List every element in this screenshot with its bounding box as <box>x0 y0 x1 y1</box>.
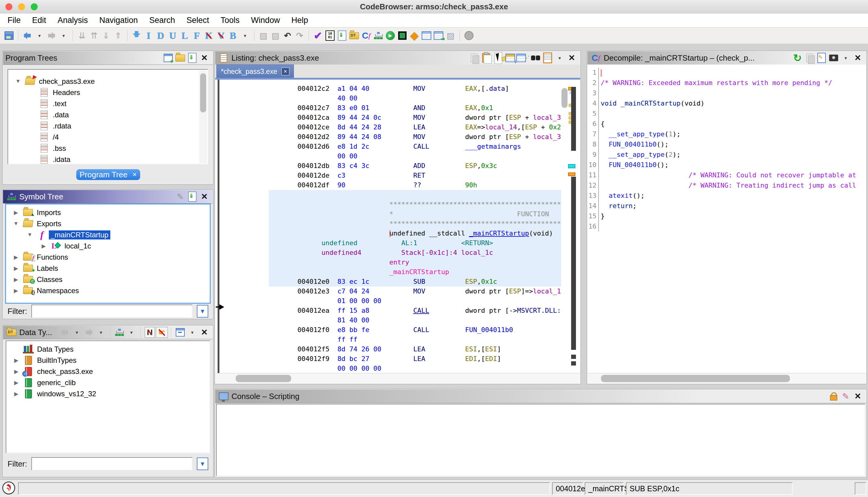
listing-line[interactable]: 40 00 <box>269 94 561 103</box>
disassemble-icon[interactable] <box>131 29 143 42</box>
decompile-line[interactable]: 12 /* WARNING: Treating indirect jump as… <box>587 180 866 190</box>
listing-line[interactable]: 004012c7 83 e0 01 AND EAX,0x1 <box>269 103 561 113</box>
listing-line[interactable]: 004012e0 83 ec 1c SUB ESP,0x1c <box>269 277 561 286</box>
decompile-hscrollbar[interactable] <box>587 373 866 384</box>
symbol-tree-header[interactable]: Symbol Tree ✎⇓✕ <box>3 190 213 203</box>
decompile-line[interactable]: 14 return; <box>587 201 866 211</box>
undefine-icon[interactable]: U <box>167 29 179 42</box>
program-tree-item--bss[interactable]: .bss <box>8 143 208 154</box>
listing-line[interactable]: 81 40 00 <box>269 315 561 325</box>
listing-line[interactable]: 00 00 <box>269 152 561 161</box>
close-icon[interactable]: ✕ <box>198 191 210 202</box>
instruction-info-icon[interactable]: I <box>143 29 155 42</box>
table-export-icon[interactable]: ➔ <box>432 29 444 42</box>
listing-line[interactable]: 004012df 90 ?? 90h <box>269 180 561 190</box>
bookmark-dropdown[interactable]: ▾ <box>239 29 251 42</box>
dropdown[interactable]: ▾ <box>554 52 566 63</box>
prev-function-icon[interactable]: ⇓ <box>100 29 112 42</box>
open-folder-icon[interactable] <box>174 52 186 63</box>
toggle-fields-icon[interactable]: ↓ <box>504 52 516 63</box>
patch2-icon[interactable]: ▨ <box>269 29 281 42</box>
overview-bar-segment[interactable] <box>571 355 576 359</box>
decompile-line[interactable]: 10 FUN_004011b0(); <box>587 160 866 170</box>
listing-line[interactable]: _mainCRTStartup <box>269 267 561 277</box>
redo-icon[interactable]: ↷ <box>294 29 306 42</box>
forward-icon[interactable] <box>45 29 58 42</box>
decompile-line[interactable]: 11 /* WARNING: Could not recover jumptab… <box>587 170 866 180</box>
program-tree-item--text[interactable]: .text <box>8 98 208 109</box>
decompile-header[interactable]: Cf Decompile: _mainCRTStartup – (check_p… <box>587 51 866 65</box>
listing-line[interactable]: 004012c2 a1 04 40 MOV EAX,[.data] <box>269 84 561 94</box>
symbol-filter-input[interactable] <box>31 304 193 318</box>
listing-line[interactable]: 004012d2 89 44 24 08 MOV dword ptr [ESP … <box>269 132 561 142</box>
binary-icon[interactable]: 1001 <box>324 29 336 42</box>
close-icon[interactable]: ✕ <box>852 390 864 402</box>
program-tree-item-headers[interactable]: Headers <box>8 87 208 98</box>
program-tree-item--data[interactable]: .data <box>8 109 208 120</box>
search-binoculars-icon[interactable] <box>530 52 542 63</box>
run-script-icon[interactable]: ▶ <box>384 29 396 42</box>
expand-icon[interactable]: ▶ <box>11 357 21 364</box>
listing-format-icon[interactable] <box>542 52 554 63</box>
decompile-line[interactable]: 7 __set_app_type(1); <box>587 129 866 139</box>
status-resize-cell[interactable] <box>855 482 866 495</box>
program-tree-scrollbar[interactable] <box>199 70 207 163</box>
listing-line[interactable]: ff ff <box>269 335 561 344</box>
menu-window[interactable]: Window <box>245 14 286 27</box>
listing-header[interactable]: Listing: check_pass3.exe ↓⋰▾✕ <box>215 51 580 65</box>
decompile-line[interactable]: 8 FUN_004011b0(); <box>587 139 866 150</box>
clear-console-icon[interactable]: ✎ <box>840 390 852 402</box>
symbol-tree-item-functions[interactable]: ▶fFunctions <box>6 252 210 263</box>
console-header[interactable]: Console – Scripting ✎✕ <box>215 389 866 403</box>
create-label-icon[interactable]: L <box>179 29 191 42</box>
close-icon[interactable]: ✕ <box>566 52 578 63</box>
symbol-tree-item-labels[interactable]: ▶●Labels <box>6 263 210 274</box>
comment-icon[interactable] <box>463 29 475 42</box>
collapse-icon[interactable]: ▼ <box>11 221 21 227</box>
expand-icon[interactable]: ▶ <box>11 265 21 272</box>
data-types-item-generic-clib[interactable]: ▶generic_clib <box>6 377 209 388</box>
program-tree-item-check-pass3-exe[interactable]: ▼check_pass3.exe <box>8 76 208 87</box>
data-type-archive-icon[interactable]: DT <box>348 29 360 42</box>
decompile-line[interactable]: 13 atexit(); <box>587 190 866 201</box>
listing-line[interactable]: undefined4 Stack[-0x1c]:4 local_1c <box>269 248 561 258</box>
decompile-line[interactable]: 16 <box>587 221 866 232</box>
expand-icon[interactable]: ▶ <box>11 254 21 260</box>
decompile-line[interactable]: 4void _mainCRTStartup(void) <box>587 98 866 109</box>
symbol-tree-item-local-1c[interactable]: ▶Llocal_1c <box>6 240 210 252</box>
decompile-line[interactable]: 6{ <box>587 119 866 129</box>
snapshot-page-icon[interactable]: ⇓ <box>336 29 348 42</box>
data-types-header[interactable]: DT Data Ty... ▾▾▾N☛▾✕ <box>3 326 213 339</box>
data-types-item-windows-vs12-32[interactable]: ▶windows_vs12_32 <box>6 388 209 399</box>
cursor-marker[interactable] <box>568 164 575 168</box>
listing-line[interactable]: 004012ce 8d 44 24 28 LEA EAX=>local_14,[… <box>269 123 561 132</box>
listing-line[interactable]: 004012ea ff 15 a8 CALL dword ptr [->MSVC… <box>269 306 561 315</box>
back-icon[interactable] <box>21 29 33 42</box>
symbol-tree-item-exports[interactable]: ▼Exports <box>6 218 210 229</box>
listing-line[interactable]: ****************************************… <box>269 219 561 229</box>
listing-line[interactable]: entry <box>269 258 561 267</box>
data-types-filter-input[interactable] <box>31 457 193 470</box>
graph-icon[interactable] <box>372 29 384 42</box>
decompile-line[interactable]: 3 <box>587 88 866 98</box>
diff-view-icon[interactable]: ⋰ <box>516 52 530 63</box>
hide-names-icon[interactable]: N <box>144 327 156 338</box>
menu-edit[interactable]: Edit <box>27 14 52 27</box>
tab-check-pass3[interactable]: *check_pass3.exe ✕ <box>216 65 294 79</box>
decompile-line[interactable]: 5 <box>587 109 866 119</box>
listing-line[interactable]: 004012f0 e8 bb fe CALL FUN_004011b0 <box>269 325 561 335</box>
refresh-icon[interactable]: ↻ <box>792 52 804 63</box>
sweep-icon[interactable]: ▨ <box>444 29 457 42</box>
listing-line[interactable]: 004012f9 8d bc 27 LEA EDI,[EDI] <box>269 354 561 364</box>
validate-icon[interactable]: ✔ <box>312 29 324 42</box>
menu-help[interactable]: Help <box>286 14 314 27</box>
new-tree-icon[interactable]: ＋ <box>162 52 174 63</box>
conflict-dropdown[interactable]: ▾ <box>126 327 137 338</box>
collapse-icon[interactable]: ▼ <box>13 78 23 84</box>
data-types-item-builtintypes[interactable]: ▶BuiltInTypes <box>6 355 209 366</box>
expand-icon[interactable]: ▶ <box>11 368 21 375</box>
import-icon[interactable]: ⇓ <box>186 52 198 63</box>
edit-icon[interactable]: ✎ <box>815 52 828 63</box>
listing-line[interactable]: undefined AL:1 <RETURN> <box>269 238 561 248</box>
expand-icon[interactable]: ▶ <box>39 243 49 250</box>
